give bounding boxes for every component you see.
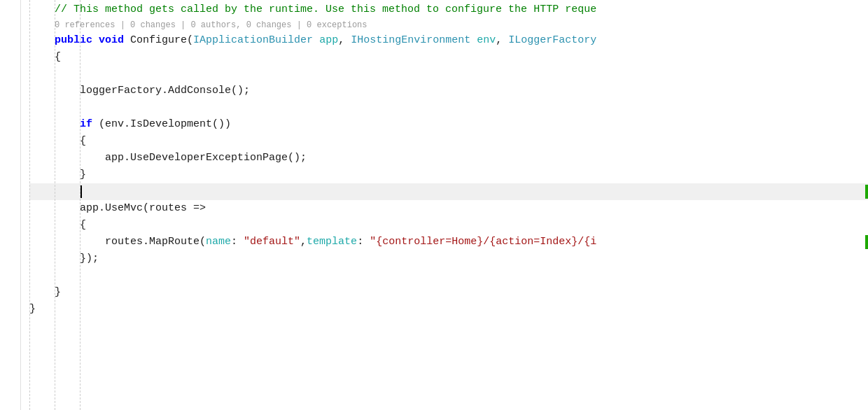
code-line-1: // This method gets called by the runtim… <box>29 1 868 18</box>
code-line-meta: 0 references | 0 changes | 0 authors, 0 … <box>29 18 868 32</box>
kw-void: void <box>99 33 124 49</box>
str-default: "default" <box>244 234 300 250</box>
code-area: // This method gets called by the runtim… <box>0 0 868 410</box>
code-line-3: public void Configure( IApplicationBuild… <box>29 32 868 49</box>
code-line-17 <box>29 267 868 284</box>
code-line-12[interactable] <box>29 183 868 200</box>
str-template: "{controller=Home}/{action=Index}/{i <box>370 234 596 250</box>
change-indicator-12 <box>865 185 868 199</box>
change-indicator-15 <box>865 235 868 249</box>
indent-1 <box>29 2 55 18</box>
meta-info: 0 references | 0 changes | 0 authors, 0 … <box>55 19 367 31</box>
code-line-11: } <box>29 167 868 183</box>
type-iapplicationbuilder: IApplicationBuilder <box>193 33 313 49</box>
code-line-10: app.UseDeveloperExceptionPage(); <box>29 150 868 167</box>
code-editor: // This method gets called by the runtim… <box>0 0 868 410</box>
text-cursor <box>80 185 82 198</box>
gutter <box>0 0 21 410</box>
param-env: env <box>477 33 496 49</box>
param-app: app <box>319 33 338 49</box>
type-iloggerfactory: ILoggerFactory <box>508 33 596 49</box>
type-ihostingenvironment: IHostingEnvironment <box>351 33 470 49</box>
comment-1: // This method gets called by the runtim… <box>55 2 596 18</box>
code-line-6: loggerFactory.AddConsole(); <box>29 83 868 99</box>
code-line-18: } <box>29 284 868 301</box>
code-line-13: app.UseMvc(routes => <box>29 200 868 217</box>
param-name: name <box>206 234 231 250</box>
code-line-9: { <box>29 133 868 150</box>
code-line-7 <box>29 99 868 116</box>
indent-3 <box>29 33 55 49</box>
code-line-14: { <box>29 217 868 234</box>
code-line-8: if (env.IsDevelopment()) <box>29 116 868 133</box>
code-line-16: }); <box>29 250 868 267</box>
code-content[interactable]: // This method gets called by the runtim… <box>21 0 868 410</box>
code-line-5 <box>29 66 868 83</box>
code-line-4: { <box>29 49 868 66</box>
kw-public: public <box>55 33 92 49</box>
indent-meta <box>29 17 55 34</box>
kw-if: if <box>80 117 92 133</box>
param-template: template <box>307 234 357 250</box>
code-line-19: } <box>29 301 868 318</box>
code-line-15: routes.MapRoute( name : "default" , temp… <box>29 234 868 250</box>
